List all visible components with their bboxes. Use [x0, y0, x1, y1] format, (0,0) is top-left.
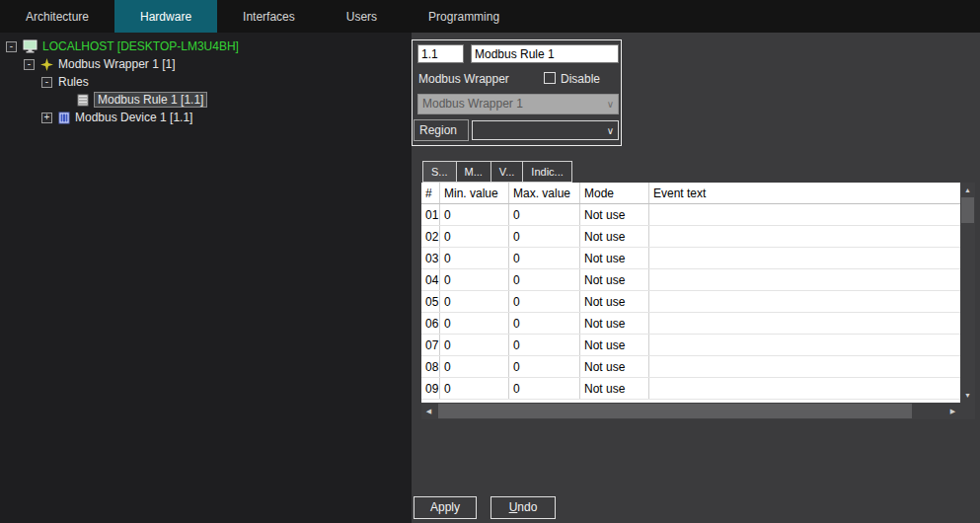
vertical-scroll-thumb[interactable] — [961, 197, 974, 223]
tab-interfaces[interactable]: Interfaces — [217, 0, 321, 33]
cell-min[interactable]: 0 — [440, 335, 509, 355]
collapse-icon[interactable]: - — [6, 41, 17, 52]
vertical-scroll-track[interactable] — [960, 197, 975, 388]
disable-checkbox[interactable] — [544, 72, 556, 84]
rule-name-field[interactable] — [471, 44, 619, 63]
cell-max[interactable]: 0 — [509, 356, 580, 377]
tree-item-modbus-rule[interactable]: Modbus Rule 1 [1.1] — [77, 91, 207, 109]
table-row[interactable]: 0600Not use — [421, 313, 960, 335]
cell-num[interactable]: 03 — [421, 248, 440, 268]
cell-max[interactable]: 0 — [509, 248, 580, 268]
cell-event[interactable] — [649, 226, 960, 247]
cell-min[interactable]: 0 — [440, 313, 509, 334]
table-row[interactable]: 0800Not use — [421, 356, 960, 378]
cell-max[interactable]: 0 — [509, 378, 580, 399]
tab-architecture[interactable]: Architecture — [0, 0, 114, 33]
table-row[interactable]: 0900Not use — [421, 378, 960, 400]
undo-button[interactable]: Undo — [490, 496, 556, 519]
table-row[interactable]: 0400Not use — [421, 269, 960, 291]
tab-hardware[interactable]: Hardware — [114, 0, 217, 33]
table-row[interactable]: 0200Not use — [421, 226, 960, 248]
cell-mode[interactable]: Not use — [580, 356, 649, 377]
cell-num[interactable]: 06 — [421, 313, 440, 334]
detail-tab-s[interactable]: S... — [422, 161, 457, 183]
column-header-max-value[interactable]: Max. value — [509, 183, 580, 203]
column-header-mode[interactable]: Mode — [580, 183, 649, 203]
horizontal-scroll-track[interactable] — [436, 403, 945, 419]
cell-event[interactable] — [649, 335, 960, 355]
cell-event[interactable] — [649, 291, 960, 312]
detail-tab-indic[interactable]: Indic... — [522, 161, 571, 183]
cell-mode[interactable]: Not use — [580, 335, 649, 355]
tree-item-rules[interactable]: - Rules — [41, 73, 89, 91]
scroll-up-icon[interactable]: ▲ — [960, 183, 975, 197]
tree-item-modbus-device[interactable]: + Modbus Device 1 [1.1] — [41, 109, 192, 126]
cell-mode[interactable]: Not use — [580, 378, 649, 399]
cell-num[interactable]: 07 — [421, 335, 440, 355]
tree-item-localhost[interactable]: - LOCALHOST [DESKTOP-LM3U4BH] — [6, 37, 239, 55]
cell-num[interactable]: 02 — [421, 226, 440, 247]
scrollbar-corner — [960, 403, 975, 419]
cell-min[interactable]: 0 — [440, 291, 509, 312]
table-row[interactable]: 0500Not use — [421, 291, 960, 313]
scroll-left-icon[interactable]: ◀ — [421, 403, 436, 419]
cell-event[interactable] — [649, 313, 960, 334]
detail-tab-v[interactable]: V... — [490, 161, 524, 183]
cell-mode[interactable]: Not use — [580, 269, 649, 290]
column-header-event-text[interactable]: Event text — [649, 183, 960, 203]
horizontal-scrollbar[interactable]: ◀ ▶ — [421, 403, 960, 419]
detail-tab-m[interactable]: M... — [456, 161, 491, 183]
cell-num[interactable]: 01 — [421, 204, 440, 225]
region-dropdown[interactable]: ∨ — [472, 120, 619, 140]
chevron-down-icon: ∨ — [607, 95, 614, 113]
table-row[interactable]: 0100Not use — [421, 204, 960, 226]
cell-mode[interactable]: Not use — [580, 204, 649, 225]
cell-mode[interactable]: Not use — [580, 291, 649, 312]
cell-min[interactable]: 0 — [440, 226, 509, 247]
cell-min[interactable]: 0 — [440, 269, 509, 290]
cell-mode[interactable]: Not use — [580, 313, 649, 334]
cell-event[interactable] — [649, 356, 960, 377]
apply-button[interactable]: Apply — [414, 496, 477, 519]
horizontal-scroll-thumb[interactable] — [438, 404, 912, 418]
cell-max[interactable]: 0 — [509, 204, 580, 225]
cell-num[interactable]: 04 — [421, 269, 440, 290]
tree-item-label: LOCALHOST [DESKTOP-LM3U4BH] — [42, 39, 239, 53]
properties-panel: Modbus Wrapper Disable Modbus Wrapper 1 … — [412, 33, 980, 523]
cell-num[interactable]: 09 — [421, 378, 440, 399]
cell-mode[interactable]: Not use — [580, 226, 649, 247]
cell-max[interactable]: 0 — [509, 291, 580, 312]
vertical-scrollbar[interactable]: ▲ ▼ — [960, 183, 975, 403]
cell-num[interactable]: 05 — [421, 291, 440, 312]
tree-item-modbus-wrapper[interactable]: - Modbus Wrapper 1 [1] — [24, 55, 176, 73]
cell-event[interactable] — [649, 378, 960, 399]
collapse-icon[interactable]: - — [24, 59, 35, 70]
cell-event[interactable] — [649, 248, 960, 268]
rule-id-field[interactable] — [417, 44, 464, 63]
cell-max[interactable]: 0 — [509, 226, 580, 247]
cell-max[interactable]: 0 — [509, 269, 580, 290]
collapse-icon[interactable]: - — [41, 77, 52, 88]
cell-min[interactable]: 0 — [440, 378, 509, 399]
cell-event[interactable] — [649, 204, 960, 225]
scroll-right-icon[interactable]: ▶ — [945, 403, 960, 419]
tree-item-label: Rules — [58, 75, 89, 89]
cell-num[interactable]: 08 — [421, 356, 440, 377]
column-header-num[interactable]: # — [421, 183, 440, 203]
cell-event[interactable] — [649, 269, 960, 290]
cell-min[interactable]: 0 — [440, 356, 509, 377]
modbus-wrapper-dropdown[interactable]: Modbus Wrapper 1 ∨ — [417, 94, 619, 114]
table-row[interactable]: 0700Not use — [421, 335, 960, 356]
tab-users[interactable]: Users — [321, 0, 403, 33]
cell-max[interactable]: 0 — [509, 313, 580, 334]
table-row[interactable]: 0300Not use — [421, 248, 960, 269]
cell-mode[interactable]: Not use — [580, 248, 649, 268]
column-header-min-value[interactable]: Min. value — [440, 183, 509, 203]
cell-min[interactable]: 0 — [440, 248, 509, 268]
cell-max[interactable]: 0 — [509, 335, 580, 355]
scroll-down-icon[interactable]: ▼ — [960, 388, 975, 403]
expand-icon[interactable]: + — [41, 112, 52, 123]
cell-min[interactable]: 0 — [440, 204, 509, 225]
disable-label: Disable — [561, 72, 600, 86]
tab-programming[interactable]: Programming — [403, 0, 525, 33]
